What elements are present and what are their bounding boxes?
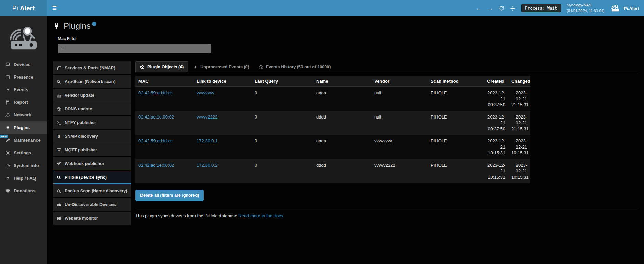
- column-header-last-query[interactable]: Last Query: [252, 76, 313, 87]
- cell-link-to-device[interactable]: 172.30.0.2: [193, 159, 252, 183]
- table-body: 02:42:59:ad:fd:ccvvvvvvvv0aaaanullPIHOLE…: [135, 87, 530, 183]
- sidebar-item-maintenance[interactable]: NEWMaintenance: [0, 134, 47, 147]
- sidebar-item-label: Events: [14, 87, 28, 92]
- plugin-item-ddns-update[interactable]: DDNS update: [53, 102, 131, 115]
- refresh-icon[interactable]: [499, 6, 504, 11]
- plugin-item-arp-scan-network-scan[interactable]: Arp-Scan (Network scan): [53, 75, 131, 88]
- sidebar-item-label: Maintenance: [14, 138, 41, 143]
- sidebar-item-settings[interactable]: Settings: [0, 147, 47, 159]
- table-row: 02:42:59:ad:fd:ccvvvvvvvv0aaaanullPIHOLE…: [135, 87, 530, 111]
- svg-text:S: S: [58, 134, 61, 138]
- sidebar-item-label: Presence: [14, 74, 33, 80]
- cell-scan-method: PIHOLE: [428, 87, 484, 111]
- back-icon[interactable]: ←: [476, 5, 481, 11]
- column-header-vendor[interactable]: Vendor: [371, 76, 428, 87]
- sidebar-item-report[interactable]: Report: [0, 96, 47, 109]
- binoculars-icon: [56, 203, 62, 207]
- cell-mac[interactable]: 02:42:ac:1e:00:02: [135, 159, 193, 183]
- column-header-scan-method[interactable]: Scan method: [428, 76, 484, 87]
- plugin-item-vendor-update[interactable]: Vendor update: [53, 89, 131, 102]
- plugin-item-webhook-publisher[interactable]: Webhook publisher: [53, 157, 131, 170]
- tab-bar: Plugin Objects (4)Unprocessed Events (0)…: [135, 61, 639, 72]
- plugin-item-pihole-device-sync[interactable]: PiHole (Device sync): [53, 171, 131, 184]
- sidebar-item-events[interactable]: Events: [0, 83, 47, 96]
- plugin-item-snmp-discovery[interactable]: SSNMP discovery: [53, 130, 131, 143]
- page-title: Plugins: [53, 21, 639, 31]
- plugin-item-pholus-scan-name-discovery[interactable]: Pholus-Scan (Name discovery): [53, 184, 131, 197]
- plugin-item-mqtt-publisher[interactable]: MMQTT publisher: [53, 143, 131, 156]
- move-icon[interactable]: [510, 6, 515, 11]
- sidebar-item-donations[interactable]: Donations: [0, 184, 47, 197]
- clock-icon: [259, 65, 263, 69]
- search-icon: [56, 175, 62, 180]
- plug-icon: [53, 23, 60, 30]
- sidebar-item-label: Help / FAQ: [14, 176, 36, 181]
- column-header-created[interactable]: Created: [484, 76, 508, 87]
- sidebar-nav: DevicesPresenceEventsReportNetworkPlugin…: [0, 58, 47, 197]
- column-header-link-to-device[interactable]: Link to device: [193, 76, 252, 87]
- plugin-item-label: PiHole (Device sync): [65, 175, 107, 180]
- hamburger-icon[interactable]: ≡: [47, 0, 62, 16]
- plugin-item-website-monitor[interactable]: Website monitor: [53, 212, 131, 225]
- plugin-item-label: DDNS update: [65, 107, 92, 111]
- sidebar-item-network[interactable]: Network: [0, 109, 47, 121]
- sidebar-item-system-info[interactable]: System info: [0, 159, 47, 172]
- host-name: Synology-NAS: [567, 3, 605, 8]
- cell-link-to-device[interactable]: 172.30.0.1: [193, 135, 252, 159]
- plugin-item-label: MQTT publisher: [65, 148, 97, 152]
- plugin-item-label: Services & Ports (NMAP): [65, 66, 115, 70]
- main-content: Plugins Mac Filter Services & Ports (NMA…: [47, 16, 644, 264]
- cell-mac[interactable]: 02:42:59:ad:fd:cc: [135, 135, 193, 159]
- cell-vendor: null: [371, 87, 428, 111]
- plugin-item-un-discoverable-devices[interactable]: Un-Discoverable Devices: [53, 198, 131, 211]
- plugin-description-text: This plugin syncs devices from the PiHol…: [135, 213, 237, 218]
- sidebar-item-devices[interactable]: Devices: [0, 58, 47, 71]
- network-icon: [5, 113, 11, 117]
- cell-mac[interactable]: 02:42:59:ad:fd:cc: [135, 87, 193, 111]
- column-header-changed[interactable]: Changed: [508, 76, 530, 87]
- plugin-item-ntfy-publisher[interactable]: NTFY publisher: [53, 116, 131, 129]
- sidebar-item-label: Donations: [14, 188, 36, 193]
- sidebar-item-label: System info: [14, 163, 39, 168]
- plugin-item-label: SNMP discovery: [65, 134, 98, 139]
- cell-created: 2023-12-21 09:37:50: [484, 87, 508, 111]
- header-right-cluster: ←→ Process: Wait Synology-NAS (01/01/202…: [476, 3, 644, 14]
- wrench-icon: [5, 138, 11, 143]
- search-icon: [56, 189, 62, 193]
- chart-icon: [56, 93, 62, 98]
- host-info: Synology-NAS (01/01/2024, 11:31:04): [567, 3, 605, 14]
- forward-icon[interactable]: →: [487, 5, 493, 11]
- cell-link-to-device[interactable]: vvvvvvvv: [193, 87, 252, 111]
- flag-icon: [5, 100, 11, 105]
- column-header-mac[interactable]: MAC: [135, 76, 193, 87]
- cell-link-to-device[interactable]: vvvvv2222: [193, 111, 252, 135]
- sidebar-item-help-faq[interactable]: ?Help / FAQ: [0, 172, 47, 184]
- search-icon: [56, 80, 62, 84]
- sidebar-item-plugins[interactable]: Plugins: [0, 121, 47, 134]
- page-title-text: Plugins: [64, 21, 91, 31]
- cell-name: aaaa: [313, 87, 371, 111]
- bolt-icon: [5, 87, 11, 92]
- app-logo-text-bold: Alert: [20, 4, 35, 12]
- plugin-item-label: Website monitor: [65, 216, 98, 221]
- plugin-item-label: Vendor update: [65, 93, 94, 98]
- box-icon: [140, 65, 145, 69]
- question-icon: ?: [5, 176, 11, 181]
- delete-all-button[interactable]: Delete all (filters are ignored): [135, 190, 204, 201]
- plugin-item-services-ports-nmap[interactable]: Services & Ports (NMAP): [53, 61, 131, 74]
- cell-vendor: vvvvv2222: [371, 159, 428, 183]
- cell-mac[interactable]: 02:42:ac:1e:00:02: [135, 111, 193, 135]
- tab-events-history-50-out-of-10000[interactable]: Events History (50 out of 10000): [254, 61, 336, 72]
- plugin-item-label: Arp-Scan (Network scan): [65, 79, 116, 84]
- app-logo[interactable]: Pi.Alert: [0, 0, 47, 16]
- docs-link[interactable]: Read more in the docs.: [238, 213, 284, 218]
- globe-icon: [56, 216, 62, 221]
- mac-filter-input[interactable]: [58, 44, 211, 53]
- help-badge[interactable]: [92, 22, 96, 26]
- sidebar-item-presence[interactable]: Presence: [0, 71, 47, 83]
- pialert-logo-icon: [611, 4, 620, 12]
- plugin-description: This plugin syncs devices from the PiHol…: [135, 208, 639, 218]
- tab-unprocessed-events-0[interactable]: Unprocessed Events (0): [188, 61, 254, 72]
- column-header-name[interactable]: Name: [313, 76, 371, 87]
- tab-plugin-objects-4[interactable]: Plugin Objects (4): [135, 61, 188, 72]
